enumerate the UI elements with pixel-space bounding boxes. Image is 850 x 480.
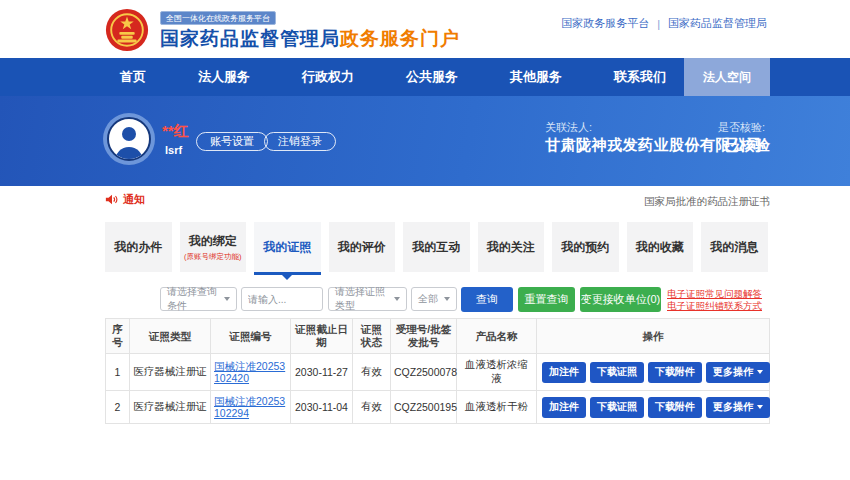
related-legal-label: 关联法人: — [545, 120, 592, 135]
my-section-tabs: 我的办件 我的绑定 (原账号绑定功能) 我的证照 我的评价 我的互动 我的关注 … — [105, 222, 768, 272]
tab-my-appointments[interactable]: 我的预约 — [552, 222, 619, 272]
nav-item-legal-services[interactable]: 法人服务 — [198, 68, 250, 86]
tab-my-reviews[interactable]: 我的评价 — [329, 222, 396, 272]
col-status: 证照状态 — [353, 319, 391, 354]
certificate-type-select[interactable]: 请选择证照类型 — [328, 287, 407, 311]
product-name: 血液透析干粉 — [457, 391, 537, 424]
chevron-down-icon — [394, 297, 400, 301]
certificate-number-cell: 国械注准20253102294 — [211, 391, 291, 424]
col-actions: 操作 — [537, 319, 770, 354]
chevron-down-icon — [224, 297, 230, 301]
link-national-platform[interactable]: 国家政务服务平台 — [561, 16, 649, 31]
certificate-number-link[interactable]: 国械注准20253102420 — [214, 360, 287, 384]
certificate-number-link[interactable]: 国械注准20253102294 — [214, 395, 287, 419]
col-number: 证照编号 — [211, 319, 291, 354]
tab-my-binding-note: (原账号绑定功能) — [184, 252, 242, 262]
national-emblem-icon — [104, 7, 150, 53]
certificates-table: 序号 证照类型 证照编号 证照截止日期 证照状态 受理号/批签发批号 产品名称 … — [105, 318, 769, 424]
tab-my-favorites[interactable]: 我的收藏 — [627, 222, 694, 272]
nav-item-admin-power[interactable]: 行政权力 — [302, 68, 354, 86]
certificate-status: 有效 — [353, 354, 391, 391]
change-receiver-button[interactable]: 变更接收单位(0) — [580, 287, 661, 312]
legal-space-button[interactable]: 法人空间 — [684, 58, 770, 96]
col-index: 序号 — [106, 319, 130, 354]
table-row: 1 医疗器械注册证 国械注准20253102420 2030-11-27 有效 … — [106, 354, 770, 391]
col-expiry: 证照截止日期 — [291, 319, 353, 354]
reset-button[interactable]: 重置查询 — [518, 287, 575, 312]
search-button[interactable]: 查询 — [461, 287, 513, 312]
faq-link[interactable]: 电子证照常见问题解答 — [667, 288, 762, 299]
add-annotation-button[interactable]: 加注件 — [542, 397, 586, 418]
top-links-separator: | — [657, 18, 660, 30]
certificate-expiry: 2030-11-27 — [291, 354, 353, 391]
download-certificate-button[interactable]: 下载证照 — [590, 362, 644, 383]
certificate-number-cell: 国械注准20253102420 — [211, 354, 291, 391]
notice-message[interactable]: 国家局批准的药品注册证书 — [644, 195, 770, 209]
username: **红 — [162, 122, 189, 141]
page: 全国一体化在线政务服务平台 国家药品监督管理局政务服务门户 国家政务服务平台 |… — [0, 0, 850, 480]
certificate-expiry: 2030-11-04 — [291, 391, 353, 424]
product-name: 血液透析浓缩液 — [457, 354, 537, 391]
certificate-type: 医疗器械注册证 — [130, 354, 211, 391]
tab-my-messages[interactable]: 我的消息 — [701, 222, 768, 272]
certificate-status: 有效 — [353, 391, 391, 424]
user-code: lsrf — [165, 144, 182, 156]
verify-status: 已核验 — [724, 136, 771, 155]
download-certificate-button[interactable]: 下载证照 — [590, 397, 644, 418]
notice-label: 通知 — [123, 192, 145, 207]
site-title-accent: 政务服务门户 — [340, 28, 460, 49]
table-header-row: 序号 证照类型 证照编号 证照截止日期 证照状态 受理号/批签发批号 产品名称 … — [106, 319, 770, 354]
speaker-icon — [105, 193, 119, 206]
nav-item-home[interactable]: 首页 — [120, 68, 146, 86]
nav-item-public-services[interactable]: 公共服务 — [406, 68, 458, 86]
verify-label: 是否核验: — [718, 120, 765, 135]
download-attachment-button[interactable]: 下载附件 — [648, 397, 702, 418]
site-title: 国家药品监督管理局政务服务门户 — [160, 26, 460, 52]
account-settings-button[interactable]: 账号设置 — [196, 132, 268, 151]
col-acceptance: 受理号/批签发批号 — [391, 319, 457, 354]
platform-badge: 全国一体化在线政务服务平台 — [160, 11, 276, 25]
certificate-help-links: 电子证照常见问题解答 电子证照纠错联系方式 — [667, 288, 762, 311]
main-nav: 首页 法人服务 行政权力 公共服务 其他服务 联系我们 法人空间 — [0, 58, 850, 96]
logout-button[interactable]: 注销登录 — [264, 132, 336, 151]
user-banner: **红 lsrf 账号设置 注销登录 关联法人: 甘肃陇神戎发药业股份有限公司 … — [0, 96, 850, 186]
row-index: 1 — [106, 354, 130, 391]
table-row: 2 医疗器械注册证 国械注准20253102294 2030-11-04 有效 … — [106, 391, 770, 424]
filter-bar: 请选择查询条件 请选择证照类型 全部 查询 重置查询 变更接收单位(0) 电子证… — [160, 287, 770, 311]
tab-my-certificates[interactable]: 我的证照 — [254, 222, 321, 272]
active-tab-indicator — [254, 272, 321, 275]
acceptance-number: CQZ2500195 — [391, 391, 457, 424]
tab-my-binding[interactable]: 我的绑定 (原账号绑定功能) — [180, 222, 247, 272]
add-annotation-button[interactable]: 加注件 — [542, 362, 586, 383]
user-avatar — [103, 113, 155, 165]
tab-my-matters[interactable]: 我的办件 — [105, 222, 172, 272]
chevron-down-icon — [757, 405, 763, 409]
certificate-type: 医疗器械注册证 — [130, 391, 211, 424]
avatar-person-icon — [107, 117, 151, 161]
scope-select[interactable]: 全部 — [411, 287, 457, 311]
query-condition-select[interactable]: 请选择查询条件 — [160, 287, 237, 311]
tab-my-interactions[interactable]: 我的互动 — [403, 222, 470, 272]
acceptance-number: CQZ2500078 — [391, 354, 457, 391]
actions-cell: 加注件 下载证照 下载附件 更多操作 — [537, 391, 770, 424]
nav-item-other-services[interactable]: 其他服务 — [510, 68, 562, 86]
download-attachment-button[interactable]: 下载附件 — [648, 362, 702, 383]
keyword-input[interactable] — [241, 287, 323, 311]
actions-cell: 加注件 下载证照 下载附件 更多操作 — [537, 354, 770, 391]
site-header: 全国一体化在线政务服务平台 国家药品监督管理局政务服务门户 国家政务服务平台 |… — [0, 0, 850, 58]
error-contact-link[interactable]: 电子证照纠错联系方式 — [667, 300, 762, 311]
site-title-main: 国家药品监督管理局 — [160, 28, 340, 49]
chevron-down-icon — [444, 297, 450, 301]
nav-item-contact-us[interactable]: 联系我们 — [614, 68, 666, 86]
more-actions-button[interactable]: 更多操作 — [706, 362, 770, 383]
col-type: 证照类型 — [130, 319, 211, 354]
col-product: 产品名称 — [457, 319, 537, 354]
more-actions-button[interactable]: 更多操作 — [706, 397, 770, 418]
chevron-down-icon — [757, 370, 763, 374]
header-top-links: 国家政务服务平台 | 国家药品监督管理局 — [561, 16, 767, 31]
link-nmpa[interactable]: 国家药品监督管理局 — [668, 16, 767, 31]
tab-my-follows[interactable]: 我的关注 — [478, 222, 545, 272]
row-index: 2 — [106, 391, 130, 424]
notice-bar: 通知 国家局批准的药品注册证书 — [105, 192, 770, 212]
